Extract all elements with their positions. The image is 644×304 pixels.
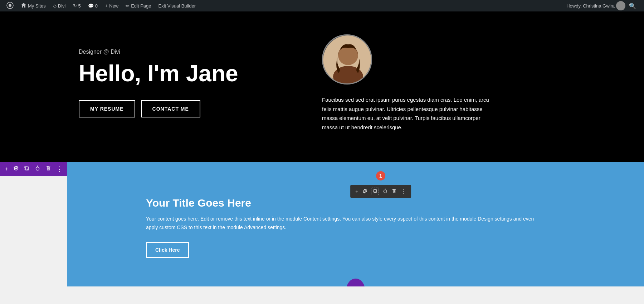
admin-bar: My Sites ◇ Divi ↻ 5 💬 0 + New ✏ Edit Pag…: [0, 0, 644, 11]
toolbar-more-icon[interactable]: ⋮: [400, 188, 406, 195]
section-add-icon[interactable]: +: [5, 166, 8, 172]
new-menu[interactable]: + New: [101, 0, 122, 11]
svg-point-9: [36, 167, 39, 170]
click-here-button[interactable]: Click Here: [146, 242, 189, 258]
blob-dots-icon: ···: [353, 285, 358, 286]
section-bar: + ⋮: [0, 162, 67, 176]
contact-button[interactable]: CONTACT ME: [141, 100, 200, 117]
section-settings-icon[interactable]: [13, 165, 19, 173]
comments-menu[interactable]: 💬 0: [84, 0, 101, 11]
module-toolbar: 1 + ⋮: [350, 185, 411, 198]
svg-point-2: [619, 3, 623, 7]
resume-button[interactable]: MY RESUME: [79, 100, 135, 117]
hero-buttons: MY RESUME CONTACT ME: [79, 100, 293, 117]
toolbar-add-icon[interactable]: +: [355, 188, 358, 194]
new-label: New: [109, 3, 118, 9]
update-icon: ↻: [73, 3, 77, 9]
home-icon: [21, 3, 26, 9]
hero-section: Designer @ Divi Hello, I'm Jane MY RESUM…: [0, 11, 644, 162]
comment-icon: 💬: [88, 3, 94, 9]
search-icon[interactable]: 🔍: [627, 3, 638, 9]
toolbar-settings-icon[interactable]: [362, 188, 367, 195]
hero-right: Faucibus sed sed erat ipsum purus egesta…: [322, 34, 615, 132]
updates-menu[interactable]: ↻ 5: [69, 0, 84, 11]
blue-title: Your Title Goes Here: [146, 197, 615, 209]
divi-icon: ◇: [53, 3, 57, 9]
my-sites-menu[interactable]: My Sites: [17, 0, 49, 11]
edit-page-label: Edit Page: [131, 3, 151, 9]
blue-section: 1 + ⋮ Your Title Goes Here Your conten: [67, 162, 644, 286]
exit-builder-label: Exit Visual Builder: [158, 3, 196, 9]
svg-point-3: [617, 7, 624, 10]
module-badge: 1: [376, 171, 385, 180]
section-delete-icon[interactable]: [45, 165, 51, 173]
section-more-icon[interactable]: ⋮: [56, 165, 63, 173]
section-power-icon[interactable]: [35, 165, 40, 173]
svg-point-12: [384, 190, 386, 193]
updates-count: 5: [78, 3, 81, 9]
howdy-label: Howdy, Christina Gwira: [566, 3, 615, 9]
my-sites-label: My Sites: [28, 3, 46, 9]
comments-count: 0: [95, 3, 98, 9]
exit-builder-menu[interactable]: Exit Visual Builder: [155, 0, 200, 11]
edit-page-menu[interactable]: ✏ Edit Page: [122, 0, 155, 11]
wp-icon: [6, 2, 14, 10]
blue-row: + ⋮ 1 +: [0, 162, 644, 286]
hero-left: Designer @ Divi Hello, I'm Jane MY RESUM…: [79, 49, 293, 117]
section-clone-icon[interactable]: [24, 165, 30, 173]
hero-description: Faucibus sed sed erat ipsum purus egesta…: [322, 95, 494, 132]
divi-label: Divi: [58, 3, 66, 9]
toolbar-clone-icon[interactable]: [371, 188, 379, 195]
toolbar-delete-icon[interactable]: [391, 188, 397, 195]
hero-subtitle: Designer @ Divi: [79, 49, 293, 55]
avatar: [616, 1, 625, 10]
svg-point-1: [9, 4, 11, 7]
blue-content: Your content goes here. Edit or remove t…: [146, 215, 540, 232]
hero-title: Hello, I'm Jane: [79, 61, 293, 86]
edit-icon: ✏: [126, 3, 130, 9]
divi-menu[interactable]: ◇ Divi: [49, 0, 69, 11]
hero-avatar: [322, 34, 372, 85]
wp-logo[interactable]: [3, 0, 17, 11]
toolbar-power-icon[interactable]: [382, 188, 388, 195]
admin-bar-right: Howdy, Christina Gwira 🔍: [566, 1, 641, 10]
plus-icon: +: [105, 3, 108, 9]
bottom-add-blob[interactable]: ···: [346, 279, 365, 286]
